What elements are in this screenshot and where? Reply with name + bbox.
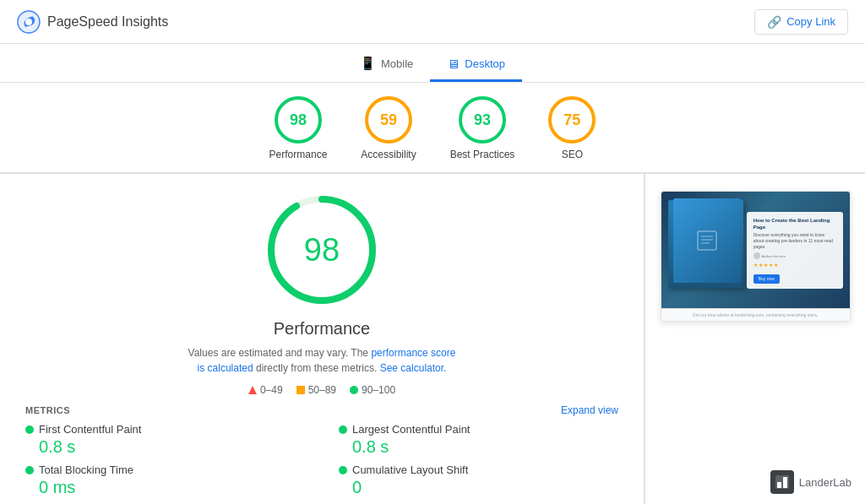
screenshot-stars: ★ ★ ★ ★ ★ — [753, 262, 836, 268]
star-3: ★ — [764, 262, 768, 268]
expand-view-button[interactable]: Expand view — [561, 404, 618, 416]
screenshot-text-block: How to Create the Best Landing Page Disc… — [747, 212, 843, 289]
score-label-best-practices: Best Practices — [450, 149, 515, 160]
metrics-header: METRICS Expand view — [25, 404, 618, 416]
metric-tbt-value: 0 ms — [25, 478, 305, 497]
big-score-number: 98 — [263, 191, 381, 309]
tab-desktop[interactable]: 🖥 Desktop — [430, 47, 522, 82]
metric-tbt-name: Total Blocking Time — [39, 463, 133, 476]
perf-desc-middle: directly from these metrics. — [256, 362, 380, 374]
metrics-grid: First Contentful Paint 0.8 s Largest Con… — [25, 423, 618, 504]
score-circle-performance: 98 — [275, 96, 322, 144]
mobile-icon: 📱 — [360, 56, 376, 71]
metric-tbt: Total Blocking Time 0 ms — [25, 463, 305, 497]
screenshot-author: Author info here — [762, 254, 836, 259]
brand-name: LanderLab — [799, 476, 851, 489]
screenshot-preview: How to Create the Best Landing Page Disc… — [661, 191, 851, 322]
star-4: ★ — [769, 262, 773, 268]
left-panel: 98 Performance Values are estimated and … — [0, 174, 645, 504]
metric-fcp: First Contentful Paint 0.8 s — [25, 423, 305, 457]
orange-square-icon — [296, 386, 305, 394]
copy-link-label: Copy Link — [786, 15, 835, 28]
tab-mobile-label: Mobile — [381, 57, 413, 70]
big-score-wrapper: 98 — [263, 191, 381, 309]
metric-cls-dot — [339, 466, 347, 474]
screenshot-body: Discover everything you need to know abo… — [753, 232, 836, 250]
score-circle-seo: 75 — [548, 96, 596, 144]
copy-link-button[interactable]: 🔗 Copy Link — [754, 9, 848, 35]
svg-rect-10 — [783, 477, 787, 488]
score-performance: 98 Performance — [269, 96, 328, 160]
logo-area: PageSpeed Insights — [17, 10, 168, 34]
score-accessibility: 59 Accessibility — [361, 96, 416, 160]
score-label-seo: SEO — [562, 149, 583, 160]
score-best-practices: 93 Best Practices — [450, 96, 515, 160]
tab-mobile[interactable]: 📱 Mobile — [343, 47, 430, 82]
logo-text: PageSpeed Insights — [47, 14, 168, 30]
screenshot-title: How to Create the Best Landing Page — [753, 217, 836, 231]
svg-rect-9 — [777, 482, 781, 488]
metric-fcp-value: 0.8 s — [25, 437, 305, 457]
link-icon: 🔗 — [767, 15, 781, 29]
brand-icon — [770, 470, 794, 494]
metric-lcp-dot — [339, 425, 347, 434]
tab-bar: 📱 Mobile 🖥 Desktop — [0, 44, 865, 83]
metrics-section: METRICS Expand view First Contentful Pai… — [25, 404, 618, 504]
legend-orange-label: 50–89 — [308, 384, 336, 396]
star-2: ★ — [759, 262, 763, 268]
legend-row: 0–49 50–89 90–100 — [248, 384, 395, 396]
score-label-performance: Performance — [269, 149, 328, 160]
red-triangle-icon — [248, 386, 257, 394]
legend-green: 90–100 — [350, 384, 395, 396]
metric-tbt-dot — [25, 466, 34, 474]
metric-lcp: Largest Contentful Paint 0.8 s — [339, 423, 618, 457]
legend-orange: 50–89 — [296, 384, 336, 396]
score-circle-best-practices: 93 — [459, 96, 506, 144]
metric-lcp-name: Largest Contentful Paint — [352, 423, 470, 436]
tab-desktop-label: Desktop — [465, 57, 505, 70]
metric-cls-name: Cumulative Layout Shift — [352, 463, 468, 476]
metric-cls-value: 0 — [339, 478, 618, 497]
metric-fcp-name-row: First Contentful Paint — [25, 423, 305, 436]
right-panel: How to Create the Best Landing Page Disc… — [645, 174, 865, 504]
score-circle-accessibility: 59 — [365, 96, 412, 144]
screenshot-cta-button: Buy now — [753, 274, 780, 284]
footer-brand: LanderLab — [770, 470, 851, 494]
screenshot-text-overlay: How to Create the Best Landing Page Disc… — [661, 192, 850, 308]
metric-tbt-name-row: Total Blocking Time — [25, 463, 305, 476]
scores-bar: 98 Performance 59 Accessibility 93 Best … — [0, 83, 865, 173]
pagespeed-logo-icon — [17, 10, 41, 34]
legend-red-label: 0–49 — [260, 384, 283, 396]
main-content: 98 Performance Values are estimated and … — [0, 173, 865, 504]
score-label-accessibility: Accessibility — [361, 149, 416, 160]
legend-green-label: 90–100 — [362, 384, 395, 396]
metric-lcp-name-row: Largest Contentful Paint — [339, 423, 618, 436]
legend-red: 0–49 — [248, 384, 283, 396]
screenshot-footer: Get our best advice at landerblog.com, c… — [661, 308, 850, 321]
score-seo: 75 SEO — [548, 96, 596, 160]
landerlab-logo-icon — [774, 474, 791, 490]
svg-point-1 — [25, 19, 32, 25]
green-dot-icon — [350, 386, 358, 394]
perf-desc-text: Values are estimated and may vary. The — [188, 347, 368, 359]
metric-cls-name-row: Cumulative Layout Shift — [339, 463, 618, 476]
metric-fcp-name: First Contentful Paint — [39, 423, 141, 436]
calculator-link[interactable]: See calculator. — [380, 362, 447, 374]
metric-fcp-dot — [25, 425, 34, 434]
metric-lcp-value: 0.8 s — [339, 437, 618, 457]
star-1: ★ — [753, 262, 758, 268]
desktop-icon: 🖥 — [447, 57, 460, 71]
performance-title: Performance — [274, 319, 371, 339]
screenshot-image-area: How to Create the Best Landing Page Disc… — [661, 192, 850, 308]
header: PageSpeed Insights 🔗 Copy Link — [0, 0, 865, 44]
star-5: ★ — [774, 262, 778, 268]
screenshot-avatar-row: Author info here — [753, 252, 836, 259]
avatar-icon — [753, 252, 760, 259]
metric-cls: Cumulative Layout Shift 0 — [339, 463, 618, 497]
performance-description: Values are estimated and may vary. The p… — [187, 345, 457, 376]
metrics-title: METRICS — [25, 405, 70, 415]
